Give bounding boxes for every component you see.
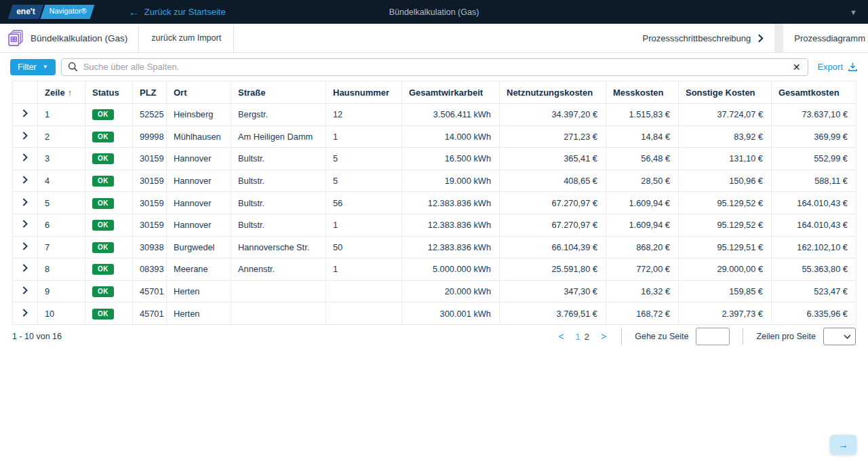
- column-header-gesamtkosten[interactable]: Gesamtkosten: [772, 81, 856, 104]
- cell-gesamtwirkarbeit: 20.000 kWh: [402, 280, 500, 303]
- table-row: 5OK30159HannoverBultstr.5612.383.836 kWh…: [13, 192, 856, 214]
- rows-per-page-select[interactable]: [823, 328, 856, 345]
- column-header-sonstige-kosten[interactable]: Sonstige Kosten: [679, 81, 772, 104]
- column-header-messkosten[interactable]: Messkosten: [606, 81, 679, 104]
- cell-zeile: 3: [38, 148, 85, 170]
- cell-plz: 30159: [133, 170, 167, 192]
- cell-messkosten: 868,20 €: [606, 236, 679, 258]
- cell-zeile: 8: [38, 258, 85, 281]
- next-step-button[interactable]: →: [830, 435, 856, 455]
- page-button-2[interactable]: 2: [583, 332, 591, 342]
- cell-netznutzungskosten: 347,30 €: [500, 280, 606, 303]
- page-title: Bündelkalkulation (Gas): [31, 33, 127, 43]
- cell-plz: 52525: [133, 104, 167, 126]
- cell-hausnummer: 12: [326, 104, 402, 126]
- row-expander[interactable]: [13, 214, 38, 236]
- rows-per-page-label: Zeilen pro Seite: [756, 332, 816, 341]
- cell-status: OK: [85, 125, 133, 148]
- back-to-home-link[interactable]: ← Zurück zur Startseite: [129, 7, 226, 17]
- table-row: 4OK30159HannoverBultstr.519.000 kWh408,6…: [13, 170, 856, 192]
- cell-netznutzungskosten: 3.769,51 €: [500, 303, 606, 325]
- cell-netznutzungskosten: 67.270,97 €: [500, 214, 606, 236]
- arrow-right-icon: →: [838, 439, 849, 451]
- cell-strasse: [231, 280, 326, 303]
- status-badge: OK: [92, 309, 114, 320]
- back-to-import-tab[interactable]: zurück zum Import: [139, 24, 233, 52]
- previous-page-button[interactable]: <: [556, 331, 566, 342]
- row-expander[interactable]: [13, 280, 38, 303]
- chevron-down-icon[interactable]: ▼: [850, 8, 857, 16]
- row-expander[interactable]: [13, 303, 38, 325]
- cell-plz: 30159: [133, 214, 167, 236]
- cell-status: OK: [85, 236, 133, 258]
- cell-hausnummer: [326, 303, 402, 325]
- search-input[interactable]: [83, 62, 786, 72]
- cell-plz: 99998: [133, 125, 167, 148]
- cell-strasse: Bultstr.: [231, 214, 326, 236]
- column-header-ort[interactable]: Ort: [167, 81, 231, 104]
- row-expander[interactable]: [13, 104, 38, 126]
- cell-sonstige-kosten: 2.397,73 €: [679, 303, 772, 325]
- column-header-plz[interactable]: PLZ: [133, 81, 167, 104]
- cell-sonstige-kosten: 131,10 €: [679, 148, 772, 170]
- cell-gesamtwirkarbeit: 3.506.411 kWh: [402, 104, 500, 126]
- cell-messkosten: 1.609,94 €: [606, 214, 679, 236]
- cell-gesamtkosten: 552,99 €: [772, 148, 856, 170]
- cell-status: OK: [85, 192, 133, 214]
- cell-hausnummer: [326, 280, 402, 303]
- cell-ort: Hannover: [167, 170, 231, 192]
- cell-sonstige-kosten: 37.724,07 €: [679, 104, 772, 126]
- cell-status: OK: [85, 214, 133, 236]
- cell-zeile: 9: [38, 280, 85, 303]
- table-header-row: Zeile↑StatusPLZOrtStraßeHausnummerGesamt…: [13, 81, 856, 104]
- cell-netznutzungskosten: 408,65 €: [500, 170, 606, 192]
- cell-strasse: [231, 303, 326, 325]
- row-expander[interactable]: [13, 148, 38, 170]
- cell-gesamtkosten: 6.335,96 €: [772, 303, 856, 325]
- cell-sonstige-kosten: 95.129,51 €: [679, 236, 772, 258]
- column-header-netznutzungskosten[interactable]: Netznutzungskosten: [500, 81, 606, 104]
- page-button-1[interactable]: 1: [574, 332, 583, 342]
- clear-search-button[interactable]: ✕: [791, 62, 802, 72]
- row-expander[interactable]: [13, 125, 38, 148]
- row-expander[interactable]: [13, 192, 38, 214]
- chevron-right-icon: [22, 309, 28, 317]
- app-bar: Bündelkalkulation (Gas) zurück zum Impor…: [0, 24, 868, 53]
- chevron-right-icon: [22, 198, 28, 206]
- process-diagram-link[interactable]: Prozessdiagramm: [783, 24, 868, 52]
- cell-gesamtwirkarbeit: 300.001 kWh: [402, 303, 500, 325]
- logo-navigator-segment: Navigator®: [40, 5, 94, 19]
- cell-plz: 45701: [133, 280, 167, 303]
- cell-sonstige-kosten: 29.000,00 €: [679, 258, 772, 281]
- cell-gesamtwirkarbeit: 12.383.836 kWh: [402, 192, 500, 214]
- cell-netznutzungskosten: 34.397,20 €: [500, 104, 606, 126]
- column-header-zeile[interactable]: Zeile↑: [38, 81, 85, 104]
- column-header-hausnummer[interactable]: Hausnummer: [326, 81, 402, 104]
- column-header-status[interactable]: Status: [85, 81, 133, 104]
- cell-gesamtwirkarbeit: 19.000 kWh: [402, 170, 500, 192]
- goto-page-input[interactable]: [696, 328, 730, 345]
- row-expander[interactable]: [13, 236, 38, 258]
- cell-gesamtkosten: 162.102,10 €: [772, 236, 856, 258]
- row-expander[interactable]: [13, 170, 38, 192]
- cell-netznutzungskosten: 271,23 €: [500, 125, 606, 148]
- column-header-gesamtwirkarbeit[interactable]: Gesamtwirkarbeit: [402, 81, 500, 104]
- filter-button[interactable]: Filter ▼: [10, 59, 56, 75]
- export-button[interactable]: Export: [817, 62, 858, 72]
- status-badge: OK: [92, 176, 114, 187]
- cell-strasse: Bultstr.: [231, 148, 326, 170]
- chevron-right-icon: [22, 176, 28, 184]
- row-expander[interactable]: [13, 258, 38, 281]
- cell-gesamtkosten: 73.637,10 €: [772, 104, 856, 126]
- cell-zeile: 2: [38, 125, 85, 148]
- column-header-strasse[interactable]: Straße: [231, 81, 326, 104]
- table-row: 1OK52525HeinsbergBergstr.123.506.411 kWh…: [13, 104, 856, 126]
- status-badge: OK: [92, 242, 114, 253]
- cell-status: OK: [85, 104, 133, 126]
- process-step-description-link[interactable]: Prozessschrittbeschreibung: [632, 24, 775, 52]
- divider: [621, 328, 622, 345]
- next-page-button[interactable]: >: [599, 331, 608, 342]
- section-separator: [774, 24, 783, 52]
- search-box: ✕: [61, 58, 809, 76]
- status-badge: OK: [92, 264, 114, 275]
